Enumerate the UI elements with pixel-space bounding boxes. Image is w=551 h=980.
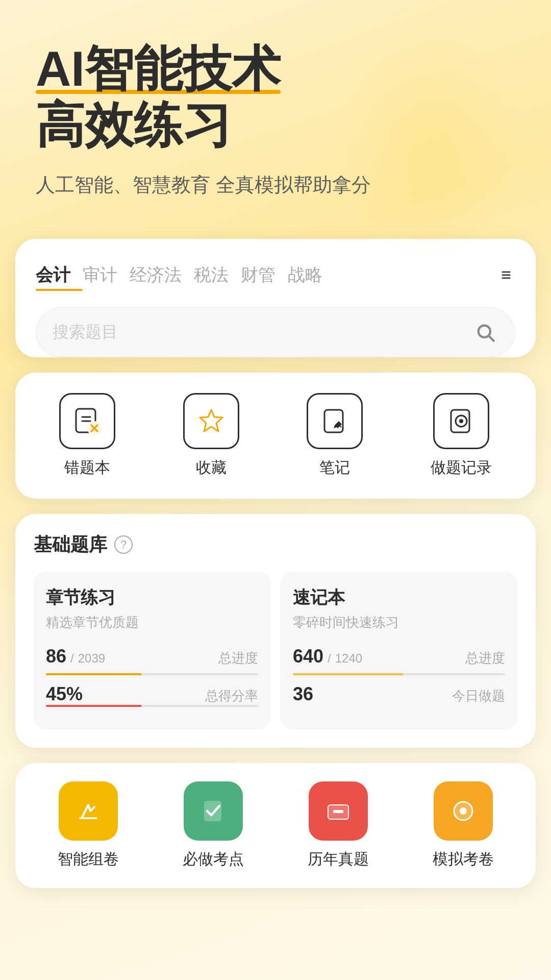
quick-notes-slash: / [328,651,331,666]
quick-notes-today-stat: 36 今日做题 [293,683,505,705]
quick-notes-desc: 零碎时间快速练习 [293,614,505,631]
past-papers-icon [309,781,368,841]
chapter-score-bar [46,705,258,707]
wrong-book-label: 错题本 [64,457,110,478]
mock-exam-label: 模拟考卷 [433,849,494,870]
action-wrong-book[interactable]: 错题本 [59,393,115,478]
chapter-practice-title: 章节练习 [46,586,258,609]
chapter-progress-label: 总进度 [218,649,258,667]
tab-menu-icon[interactable]: ≡ [497,261,515,289]
action-notes[interactable]: 笔记 [307,393,363,478]
svg-marker-8 [200,410,222,431]
action-favorites[interactable]: 收藏 [183,393,239,478]
action-smart-paper[interactable]: 智能组卷 [58,781,119,870]
bank-title: 基础题库 [34,532,107,557]
svg-line-1 [489,336,494,340]
search-placeholder: 搜索题目 [53,321,472,344]
quick-notes-today-label: 今日做题 [452,687,505,705]
tab-finance[interactable]: 财管 [241,259,288,291]
favorites-icon-box [183,393,239,449]
quick-notes-today-value: 36 [293,683,313,705]
action-mock-exam[interactable]: 模拟考卷 [433,781,494,870]
quick-notes-card[interactable]: 速记本 零碎时间快速练习 640 / 1240 总进度 36 今日做题 [281,572,517,729]
chapter-slash: / [70,651,74,666]
favorites-label: 收藏 [196,457,227,478]
wrong-book-icon-box [59,393,115,449]
bank-cards: 章节练习 精选章节优质题 86 / 2039 总进度 45% 总得分率 速记本 … [34,572,517,729]
past-papers-label: 历年真题 [308,849,369,870]
quick-notes-progress-stat: 640 / 1240 总进度 [293,646,505,667]
chapter-progress-bar [46,673,258,675]
notes-icon-box [307,393,363,449]
bank-header: 基础题库 ? [34,532,517,557]
history-label: 做题记录 [431,457,492,478]
svg-rect-18 [333,810,343,813]
quick-notes-progress-bar [293,673,505,675]
bank-section: 基础题库 ? 章节练习 精选章节优质题 86 / 2039 总进度 45% 总得… [15,514,536,748]
search-icon[interactable] [472,319,498,346]
chapter-practice-desc: 精选章节优质题 [46,614,258,631]
tab-economic-law[interactable]: 经济法 [130,259,194,291]
hero-title: AI智能技术 高效练习 [36,41,515,154]
quick-notes-title: 速记本 [293,586,505,609]
action-history[interactable]: 做题记录 [431,393,492,478]
chapter-score-value: 45% [46,683,83,705]
chapter-progress-stat: 86 / 2039 总进度 [46,646,258,667]
bottom-actions-card: 智能组卷 必做考点 历年真题 模拟考卷 [15,763,536,888]
quick-actions-card: 错题本 收藏 笔记 做题记录 [15,373,536,499]
svg-rect-9 [324,410,343,432]
action-past-papers[interactable]: 历年真题 [308,781,369,870]
hero-title-line1: AI智能技术 [36,41,281,97]
notes-label: 笔记 [319,457,350,478]
smart-paper-label: 智能组卷 [58,849,119,870]
must-do-icon [184,781,243,841]
hero-title-line2: 高效练习 [36,97,232,152]
quick-notes-total-count: 1240 [335,651,362,666]
chapter-done-count: 86 [46,646,66,667]
svg-point-20 [460,807,467,815]
hero-subtitle: 人工智能、智慧教育 全真模拟帮助拿分 [36,172,515,198]
chapter-total-count: 2039 [78,651,105,666]
tab-audit[interactable]: 审计 [83,259,130,291]
history-icon-box [433,393,489,449]
chapter-score-label: 总得分率 [205,687,258,705]
tab-accounting[interactable]: 会计 [36,259,83,291]
chapter-practice-card[interactable]: 章节练习 精选章节优质题 86 / 2039 总进度 45% 总得分率 [34,572,270,729]
svg-point-13 [459,419,463,423]
must-do-label: 必做考点 [183,849,244,870]
chapter-score-stat: 45% 总得分率 [46,683,258,705]
tab-bar: 会计 审计 经济法 税法 财管 战略 ≡ [36,259,515,291]
quick-notes-progress-label: 总进度 [465,649,505,667]
quick-notes-done-count: 640 [293,646,323,667]
hero-section: AI智能技术 高效练习 人工智能、智慧教育 全真模拟帮助拿分 [0,0,551,218]
smart-paper-icon [59,781,118,841]
search-bar[interactable]: 搜索题目 [36,307,515,357]
tab-tax-law[interactable]: 税法 [194,259,241,291]
mock-exam-icon [434,781,493,841]
help-icon[interactable]: ? [114,535,133,554]
action-must-do[interactable]: 必做考点 [183,781,244,870]
tab-strategy[interactable]: 战略 [288,259,335,291]
